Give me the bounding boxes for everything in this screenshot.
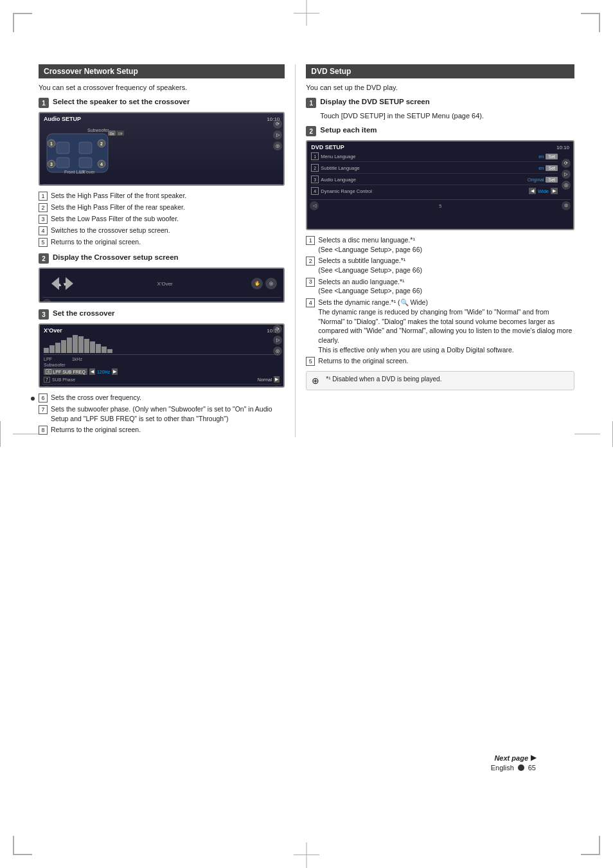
screen-bottom-bar-2: ◁ (42, 297, 281, 303)
next-page-label: Next page ▶ (491, 754, 536, 762)
dvd-row-1: 1 Menu Language en Set (311, 152, 558, 162)
right-section-header: DVD Setup (306, 64, 574, 78)
ann-num-1-5: 5 (39, 238, 48, 247)
svg-text:3: 3 (50, 162, 53, 167)
dvd-annotation-1: 1 Selects a disc menu language.*¹ (See <… (306, 235, 574, 254)
crosshair-left-v (0, 421, 1, 447)
dvd-row-1-num: 1 (311, 152, 319, 160)
xover-screen-title: X'Over (44, 327, 62, 334)
dvd-row-3-value: Original (528, 177, 544, 183)
ann-text-1-3: Sets the Low Pass Filter of the sub woof… (51, 214, 179, 224)
svg-text:On: On (110, 132, 114, 136)
dvd-row-3: 3 Audio Language Original Set (311, 176, 558, 185)
speaker-diagram-svg: 1 2 3 4 Subwoofer Front L&R (44, 124, 127, 181)
dvd-row-4-right[interactable]: ▶ (551, 188, 558, 194)
dvd-ann-num-2: 2 (306, 257, 315, 266)
dvd-step-2-num: 2 (306, 126, 316, 136)
xover-back-btn: ◁ (42, 299, 51, 303)
page-number: 65 (528, 764, 536, 772)
dvd-row-1-set[interactable]: Set (546, 154, 558, 159)
dvd-row-4-label: Dynamic Range Control (321, 188, 372, 194)
annotation-3-6: 6 Sets the cross over frequency. (39, 393, 285, 402)
annotation-3-7: 7 Sets the subwoofer phase. (Only when "… (39, 404, 285, 423)
sub-phase-label: SUB Phase (52, 377, 75, 382)
screen-icon-3: ◎ (273, 141, 282, 150)
svg-text:▲▼: ▲▼ (57, 282, 67, 287)
screen-topbar-1: Audio SETUP 10:10 (42, 116, 281, 122)
crossover-icon-2: ◎ (265, 278, 277, 289)
freq-right-btn[interactable]: ▶ (112, 368, 118, 375)
ann-text-1-4: Switches to the crossover setup screen. (51, 226, 170, 235)
dvd-row-2-value: en (538, 165, 544, 171)
annotation-1-2: 2 Sets the High Pass Filter of the rear … (39, 203, 285, 212)
page-dot (518, 764, 524, 771)
dvd-row-3-num: 3 (311, 176, 319, 183)
dvd-step-2-annotations: 1 Selects a disc menu language.*¹ (See <… (306, 235, 574, 366)
ann-text-1-5: Returns to the original screen. (51, 237, 141, 247)
dvd-screen-bottom: ◁ 5 ⚙ (310, 199, 571, 210)
svg-text:1: 1 (50, 141, 53, 146)
dvd-annotation-5: 5 Returns to the original screen. (306, 356, 574, 366)
dvd-row-4-value: Wide (538, 188, 549, 194)
dvd-row-1-label: Menu Language (321, 154, 355, 159)
language-label: English (491, 764, 514, 772)
dvd-screen-title: DVD SETUP (311, 144, 344, 150)
dvd-row-1-value: en (538, 154, 544, 159)
bullet-point (31, 397, 35, 401)
next-page-arrow: ▶ (531, 754, 536, 762)
right-section-intro: You can set up the DVD play. (306, 84, 574, 91)
right-column: DVD Setup You can set up the DVD play. 1… (296, 64, 574, 437)
dvd-step-1-desc: Touch [DVD SETUP] in the SETUP Menu (pag… (320, 112, 574, 120)
dvd-ann-text-4: Sets the dynamic range.*¹ (🔍 Wide) The d… (318, 298, 574, 354)
dvd-ann-num-5: 5 (306, 357, 315, 366)
xover-main-screen: X'Over 10:10 (39, 323, 285, 388)
dvd-annotation-2: 2 Selects a subtitle language.*¹ (See <L… (306, 256, 574, 275)
note-text: *¹ Disabled when a DVD is being played. (326, 375, 441, 383)
dvd-step-1-num: 1 (306, 98, 316, 108)
audio-setup-title: Audio SETUP (44, 116, 81, 122)
screen-side-icons: ⟳ ▷ ◎ (273, 120, 282, 150)
step-3-label: Set the crossover (53, 309, 115, 317)
reg-mark-bl (13, 836, 32, 855)
sub-phase-num: 7 (44, 377, 50, 383)
dvd-row-2: 2 Subtitle Language en Set (311, 164, 558, 174)
xover-icon-2: ▷ (273, 336, 282, 345)
page-number-line: English 65 (491, 764, 536, 772)
ann-num-1-1: 1 (39, 192, 48, 201)
next-page-text: Next page (494, 754, 528, 762)
dvd-row-4-left[interactable]: ◀ (529, 188, 536, 194)
step-2-num: 2 (39, 253, 49, 264)
phase-right-btn[interactable]: ▶ (274, 376, 280, 383)
dvd-row-2-set[interactable]: Set (546, 165, 558, 171)
xover-settings-btn: ⚙ (272, 386, 281, 388)
step-3-num: 3 (39, 309, 49, 320)
note-box: ⊕ *¹ Disabled when a DVD is being played… (306, 371, 574, 390)
ann-text-1-2: Sets the High Pass Filter of the rear sp… (51, 203, 185, 212)
xover-subwoofer-label: Subwoofer (44, 363, 280, 367)
svg-text:Subwoofer: Subwoofer (87, 128, 109, 132)
annotation-1-5: 5 Returns to the original screen. (39, 237, 285, 247)
lpf-sub-freq-btn[interactable]: 6 LPF SUB FREQ (44, 368, 87, 375)
reg-mark-br (581, 836, 600, 855)
freq-value: 120Hz (97, 370, 110, 374)
xover-icon-3: ◎ (273, 347, 282, 356)
svg-text:X'over: X'over (82, 170, 95, 174)
freq-left-btn[interactable]: ◀ (89, 368, 95, 375)
ann-text-1-1: Sets the High Pass Filter of the front s… (51, 191, 186, 201)
step-3-annotations: 6 Sets the cross over frequency. 7 Sets … (39, 393, 285, 435)
dvd-setup-screen: DVD SETUP 10:10 1 Menu Language en (306, 140, 574, 230)
annotation-1-4: 4 Switches to the crossover setup screen… (39, 226, 285, 235)
left-section-intro: You can set a crossover frequency of spe… (39, 84, 285, 91)
svg-rect-3 (57, 158, 69, 168)
svg-text:4: 4 (100, 162, 103, 167)
dvd-row-3-set[interactable]: Set (546, 177, 558, 183)
annotation-1-1: 1 Sets the High Pass Filter of the front… (39, 191, 285, 201)
ann-num-1-4: 4 (39, 226, 48, 235)
dvd-ann-text-3: Selects an audio language.*¹ (See <Langu… (318, 277, 422, 296)
dvd-ann-num-1: 1 (306, 236, 315, 245)
screen-icon-1: ⟳ (273, 120, 282, 129)
svg-rect-2 (79, 142, 92, 154)
dvd-icon-1: ⟳ (562, 159, 571, 168)
dvd-ann-text-1: Selects a disc menu language.*¹ (See <La… (318, 235, 422, 254)
crossover-icon-1: 🖐 (251, 278, 263, 289)
